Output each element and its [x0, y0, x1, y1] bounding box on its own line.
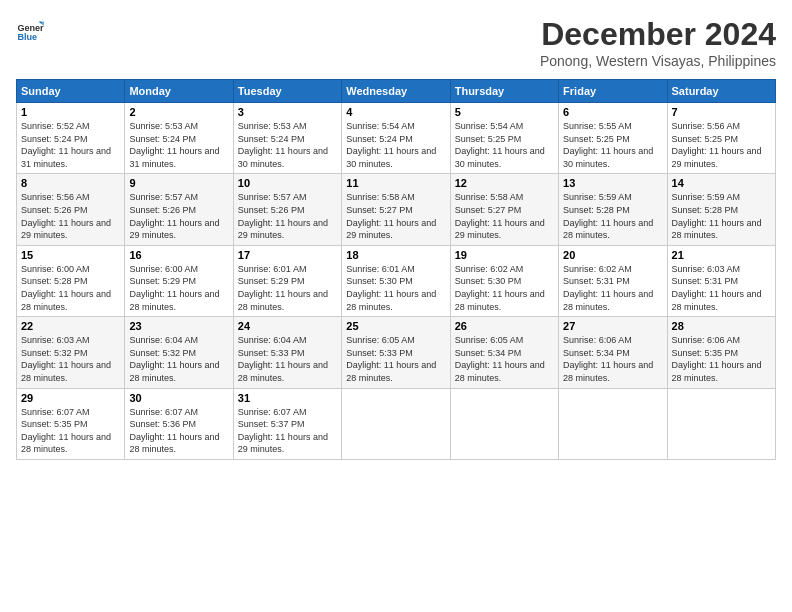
calendar-day: 31 Sunrise: 6:07 AM Sunset: 5:37 PM Dayl…: [233, 388, 341, 459]
day-number: 6: [563, 106, 662, 118]
header-tuesday: Tuesday: [233, 80, 341, 103]
header-sunday: Sunday: [17, 80, 125, 103]
day-info: Sunrise: 6:00 AM Sunset: 5:29 PM Dayligh…: [129, 263, 228, 313]
day-number: 21: [672, 249, 771, 261]
day-number: 4: [346, 106, 445, 118]
day-info: Sunrise: 6:06 AM Sunset: 5:35 PM Dayligh…: [672, 334, 771, 384]
day-number: 20: [563, 249, 662, 261]
calendar-day: 15 Sunrise: 6:00 AM Sunset: 5:28 PM Dayl…: [17, 245, 125, 316]
calendar-day: 18 Sunrise: 6:01 AM Sunset: 5:30 PM Dayl…: [342, 245, 450, 316]
day-number: 30: [129, 392, 228, 404]
day-info: Sunrise: 5:56 AM Sunset: 5:26 PM Dayligh…: [21, 191, 120, 241]
day-number: 22: [21, 320, 120, 332]
calendar-day: 9 Sunrise: 5:57 AM Sunset: 5:26 PM Dayli…: [125, 174, 233, 245]
empty-cell: [450, 388, 558, 459]
day-info: Sunrise: 5:58 AM Sunset: 5:27 PM Dayligh…: [346, 191, 445, 241]
day-info: Sunrise: 6:05 AM Sunset: 5:33 PM Dayligh…: [346, 334, 445, 384]
calendar-day: 6 Sunrise: 5:55 AM Sunset: 5:25 PM Dayli…: [559, 103, 667, 174]
day-info: Sunrise: 6:04 AM Sunset: 5:33 PM Dayligh…: [238, 334, 337, 384]
title-block: December 2024 Ponong, Western Visayas, P…: [540, 16, 776, 69]
day-number: 25: [346, 320, 445, 332]
day-number: 11: [346, 177, 445, 189]
calendar-day: 26 Sunrise: 6:05 AM Sunset: 5:34 PM Dayl…: [450, 317, 558, 388]
location-title: Ponong, Western Visayas, Philippines: [540, 53, 776, 69]
calendar-day: 22 Sunrise: 6:03 AM Sunset: 5:32 PM Dayl…: [17, 317, 125, 388]
calendar-day: 24 Sunrise: 6:04 AM Sunset: 5:33 PM Dayl…: [233, 317, 341, 388]
calendar-day: 14 Sunrise: 5:59 AM Sunset: 5:28 PM Dayl…: [667, 174, 775, 245]
day-number: 15: [21, 249, 120, 261]
calendar: Sunday Monday Tuesday Wednesday Thursday…: [16, 79, 776, 460]
day-number: 12: [455, 177, 554, 189]
calendar-day: 28 Sunrise: 6:06 AM Sunset: 5:35 PM Dayl…: [667, 317, 775, 388]
day-info: Sunrise: 5:56 AM Sunset: 5:25 PM Dayligh…: [672, 120, 771, 170]
day-number: 23: [129, 320, 228, 332]
calendar-day: 27 Sunrise: 6:06 AM Sunset: 5:34 PM Dayl…: [559, 317, 667, 388]
day-number: 8: [21, 177, 120, 189]
calendar-day: 30 Sunrise: 6:07 AM Sunset: 5:36 PM Dayl…: [125, 388, 233, 459]
header-thursday: Thursday: [450, 80, 558, 103]
logo: General Blue: [16, 16, 44, 44]
day-number: 10: [238, 177, 337, 189]
day-info: Sunrise: 5:59 AM Sunset: 5:28 PM Dayligh…: [672, 191, 771, 241]
calendar-day: 19 Sunrise: 6:02 AM Sunset: 5:30 PM Dayl…: [450, 245, 558, 316]
page-header: General Blue December 2024 Ponong, Weste…: [16, 16, 776, 69]
day-info: Sunrise: 6:00 AM Sunset: 5:28 PM Dayligh…: [21, 263, 120, 313]
empty-cell: [559, 388, 667, 459]
calendar-day: 20 Sunrise: 6:02 AM Sunset: 5:31 PM Dayl…: [559, 245, 667, 316]
day-info: Sunrise: 6:07 AM Sunset: 5:35 PM Dayligh…: [21, 406, 120, 456]
day-number: 17: [238, 249, 337, 261]
calendar-day: 12 Sunrise: 5:58 AM Sunset: 5:27 PM Dayl…: [450, 174, 558, 245]
month-title: December 2024: [540, 16, 776, 53]
day-number: 13: [563, 177, 662, 189]
calendar-day: 5 Sunrise: 5:54 AM Sunset: 5:25 PM Dayli…: [450, 103, 558, 174]
day-number: 19: [455, 249, 554, 261]
day-number: 29: [21, 392, 120, 404]
calendar-day: 21 Sunrise: 6:03 AM Sunset: 5:31 PM Dayl…: [667, 245, 775, 316]
day-info: Sunrise: 6:03 AM Sunset: 5:32 PM Dayligh…: [21, 334, 120, 384]
calendar-day: 25 Sunrise: 6:05 AM Sunset: 5:33 PM Dayl…: [342, 317, 450, 388]
day-info: Sunrise: 6:05 AM Sunset: 5:34 PM Dayligh…: [455, 334, 554, 384]
day-number: 26: [455, 320, 554, 332]
day-info: Sunrise: 6:02 AM Sunset: 5:31 PM Dayligh…: [563, 263, 662, 313]
header-friday: Friday: [559, 80, 667, 103]
day-number: 16: [129, 249, 228, 261]
day-info: Sunrise: 6:02 AM Sunset: 5:30 PM Dayligh…: [455, 263, 554, 313]
day-number: 1: [21, 106, 120, 118]
day-number: 14: [672, 177, 771, 189]
day-number: 27: [563, 320, 662, 332]
day-info: Sunrise: 6:07 AM Sunset: 5:37 PM Dayligh…: [238, 406, 337, 456]
day-info: Sunrise: 5:53 AM Sunset: 5:24 PM Dayligh…: [129, 120, 228, 170]
day-info: Sunrise: 5:59 AM Sunset: 5:28 PM Dayligh…: [563, 191, 662, 241]
day-number: 7: [672, 106, 771, 118]
day-number: 5: [455, 106, 554, 118]
calendar-day: 3 Sunrise: 5:53 AM Sunset: 5:24 PM Dayli…: [233, 103, 341, 174]
day-info: Sunrise: 5:54 AM Sunset: 5:24 PM Dayligh…: [346, 120, 445, 170]
day-info: Sunrise: 6:01 AM Sunset: 5:30 PM Dayligh…: [346, 263, 445, 313]
calendar-day: 2 Sunrise: 5:53 AM Sunset: 5:24 PM Dayli…: [125, 103, 233, 174]
calendar-row: 29 Sunrise: 6:07 AM Sunset: 5:35 PM Dayl…: [17, 388, 776, 459]
day-info: Sunrise: 5:57 AM Sunset: 5:26 PM Dayligh…: [129, 191, 228, 241]
calendar-day: 7 Sunrise: 5:56 AM Sunset: 5:25 PM Dayli…: [667, 103, 775, 174]
day-number: 18: [346, 249, 445, 261]
day-number: 31: [238, 392, 337, 404]
calendar-day: 11 Sunrise: 5:58 AM Sunset: 5:27 PM Dayl…: [342, 174, 450, 245]
day-number: 28: [672, 320, 771, 332]
day-info: Sunrise: 5:54 AM Sunset: 5:25 PM Dayligh…: [455, 120, 554, 170]
calendar-day: 10 Sunrise: 5:57 AM Sunset: 5:26 PM Dayl…: [233, 174, 341, 245]
day-number: 9: [129, 177, 228, 189]
day-number: 2: [129, 106, 228, 118]
header-saturday: Saturday: [667, 80, 775, 103]
day-info: Sunrise: 6:01 AM Sunset: 5:29 PM Dayligh…: [238, 263, 337, 313]
calendar-row: 22 Sunrise: 6:03 AM Sunset: 5:32 PM Dayl…: [17, 317, 776, 388]
empty-cell: [667, 388, 775, 459]
calendar-day: 8 Sunrise: 5:56 AM Sunset: 5:26 PM Dayli…: [17, 174, 125, 245]
day-info: Sunrise: 6:04 AM Sunset: 5:32 PM Dayligh…: [129, 334, 228, 384]
calendar-row: 8 Sunrise: 5:56 AM Sunset: 5:26 PM Dayli…: [17, 174, 776, 245]
calendar-day: 13 Sunrise: 5:59 AM Sunset: 5:28 PM Dayl…: [559, 174, 667, 245]
day-number: 3: [238, 106, 337, 118]
calendar-day: 4 Sunrise: 5:54 AM Sunset: 5:24 PM Dayli…: [342, 103, 450, 174]
day-info: Sunrise: 6:03 AM Sunset: 5:31 PM Dayligh…: [672, 263, 771, 313]
calendar-day: 1 Sunrise: 5:52 AM Sunset: 5:24 PM Dayli…: [17, 103, 125, 174]
day-info: Sunrise: 6:07 AM Sunset: 5:36 PM Dayligh…: [129, 406, 228, 456]
calendar-day: 29 Sunrise: 6:07 AM Sunset: 5:35 PM Dayl…: [17, 388, 125, 459]
